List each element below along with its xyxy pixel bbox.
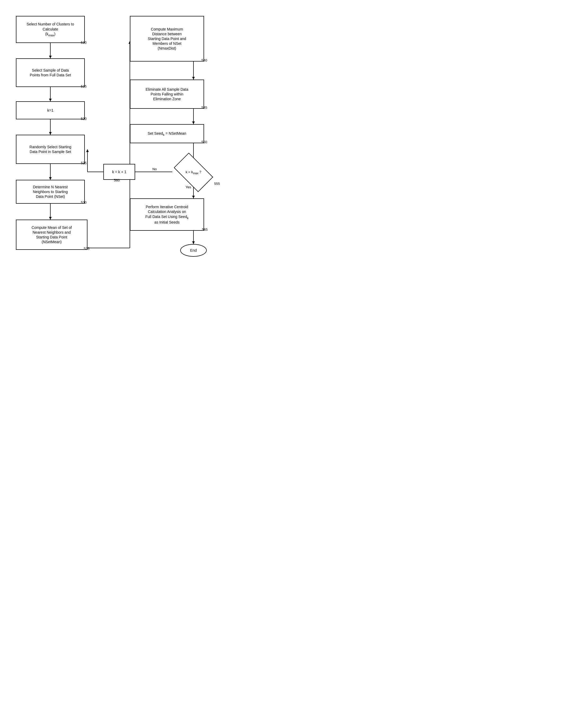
svg-marker-3 (49, 99, 52, 101)
svg-marker-23 (86, 149, 89, 152)
label-530: 530 (81, 200, 87, 204)
label-565: 565 (202, 228, 208, 232)
label-no: No (152, 167, 157, 171)
box-545: Eliminate All Sample DataPoints Falling … (130, 80, 204, 109)
box-510: Select Number of Clusters to Calculate(k… (16, 16, 85, 43)
label-540: 540 (202, 58, 207, 62)
flowchart: Select Number of Clusters to Calculate(k… (0, 0, 282, 364)
box-520: k=1 (16, 101, 85, 119)
label-555: 555 (214, 182, 220, 186)
diamond-555: k = kmax ? (172, 159, 215, 186)
svg-marker-16 (192, 121, 195, 124)
svg-marker-1 (49, 56, 52, 58)
box-560: k = k + 1 (103, 164, 135, 180)
label-yes: Yes (186, 185, 191, 189)
svg-marker-9 (49, 217, 52, 220)
label-525: 525 (81, 161, 87, 165)
svg-marker-7 (49, 177, 52, 180)
label-520: 520 (81, 117, 87, 121)
label-535: 535 (84, 247, 90, 251)
box-535: Compute Mean of Set ofNearest Neighbors … (16, 220, 88, 250)
svg-marker-14 (192, 77, 195, 80)
label-550: 550 (202, 140, 207, 144)
svg-marker-25 (192, 196, 195, 198)
svg-marker-27 (192, 241, 195, 244)
label-515: 515 (81, 84, 87, 88)
label-545: 545 (202, 106, 207, 110)
box-515: Select Sample of DataPoints from Full Da… (16, 58, 85, 87)
box-530: Determine N NearestNeighbors to Starting… (16, 180, 85, 204)
label-560: 560 (114, 178, 120, 182)
box-565: Perform Iterative CentroidCalculation An… (130, 198, 204, 231)
label-510: 510 (81, 41, 87, 45)
box-525: Randomly Select StartingData Point in Sa… (16, 135, 85, 164)
svg-marker-5 (49, 132, 52, 135)
box-550: Set Seedk = NSetMean (130, 124, 204, 143)
oval-end: End (180, 244, 207, 257)
box-540: Compute MaximumDistance betweenStarting … (130, 16, 204, 62)
